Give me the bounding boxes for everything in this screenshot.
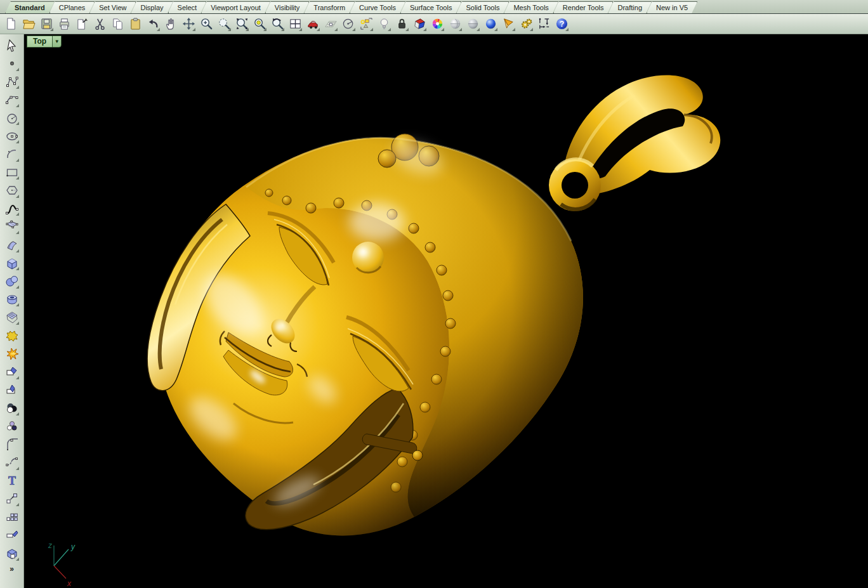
polygon-icon[interactable] (4, 183, 20, 199)
tab-surface-tools[interactable]: Surface Tools (400, 1, 461, 13)
zoom-window-icon[interactable] (216, 16, 232, 32)
dimension-icon[interactable] (536, 16, 551, 32)
surface-from-points-icon[interactable] (4, 219, 20, 235)
tab-cplanes[interactable]: CPlanes (49, 1, 95, 13)
blend-curve-icon[interactable] (4, 455, 20, 471)
toolbar-tab-bar: StandardCPlanesSet ViewDisplaySelectView… (0, 0, 868, 14)
save-icon[interactable] (39, 16, 54, 32)
layers-icon[interactable] (412, 16, 427, 32)
tab-visibility[interactable]: Visibility (265, 1, 310, 13)
axis-y-label: y (70, 542, 76, 551)
cut-icon[interactable] (92, 16, 107, 32)
split-icon[interactable] (4, 382, 20, 398)
axis-z-label: z (48, 541, 52, 550)
rotate-object-icon[interactable] (4, 527, 20, 543)
lock-objects-icon[interactable] (394, 16, 409, 32)
move-icon[interactable] (181, 16, 196, 32)
shaded-viewport-icon[interactable] (447, 16, 463, 32)
top-viewport[interactable]: Top ▼ (24, 34, 868, 588)
tab-set-view[interactable]: Set View (89, 1, 136, 13)
cplane-icon[interactable] (323, 16, 338, 32)
freeform-curve-icon[interactable] (4, 200, 20, 216)
svg-text:?: ? (559, 20, 564, 29)
viewport-layout-icon[interactable] (287, 16, 303, 32)
tab-display[interactable]: Display (131, 1, 173, 13)
export-icon[interactable] (74, 16, 89, 32)
buddha-pendant-model[interactable]: z y x (24, 34, 868, 588)
copy-icon[interactable] (110, 16, 125, 32)
undo-view-change-icon[interactable] (270, 16, 285, 32)
tab-mesh-tools[interactable]: Mesh Tools (504, 1, 558, 13)
pendant-ring[interactable] (549, 159, 601, 211)
box-icon[interactable] (4, 255, 20, 271)
tab-curve-tools[interactable]: Curve Tools (350, 1, 405, 13)
text-icon[interactable]: T (4, 473, 20, 488)
control-point-curve-icon[interactable] (4, 74, 20, 89)
tube-icon[interactable] (4, 291, 20, 307)
tab-solid-tools[interactable]: Solid Tools (456, 1, 509, 13)
standard-toolbar: ? (0, 14, 868, 34)
pan-icon[interactable] (163, 16, 178, 32)
tool-sidebar: T» (0, 34, 24, 588)
arc-icon[interactable] (4, 147, 20, 162)
tab-select[interactable]: Select (168, 1, 207, 13)
rhino-application-window: StandardCPlanesSet ViewDisplaySelectView… (0, 0, 868, 588)
boolean-union-icon[interactable] (4, 328, 20, 344)
tab-transform[interactable]: Transform (304, 1, 355, 13)
tab-drafting[interactable]: Drafting (608, 1, 652, 13)
tab-new-in-v5[interactable]: New in V5 (647, 1, 697, 13)
main-area: T» Top ▼ (0, 34, 868, 588)
paste-icon[interactable] (128, 16, 143, 32)
options-icon[interactable] (518, 16, 534, 32)
render-icon[interactable] (483, 16, 498, 32)
zoom-extents-icon[interactable] (234, 16, 249, 32)
explode-icon[interactable] (4, 346, 20, 362)
help-icon[interactable]: ? (554, 16, 569, 32)
object-snap-icon[interactable] (358, 16, 374, 32)
group-icon[interactable] (4, 418, 20, 434)
svg-text:T: T (8, 474, 15, 487)
new-document-icon[interactable] (3, 16, 18, 32)
chevron-down-icon: ▼ (55, 39, 60, 44)
render-tools-icon[interactable] (501, 16, 516, 32)
print-icon[interactable] (56, 16, 72, 32)
viewport-title-bar[interactable]: Top ▼ (27, 36, 62, 48)
point-icon[interactable] (4, 56, 20, 72)
sphere-icon[interactable] (4, 273, 20, 289)
tab-render-tools[interactable]: Render Tools (553, 1, 614, 13)
rendered-viewport-icon[interactable] (465, 16, 480, 32)
mesh-icon[interactable] (4, 310, 20, 325)
tab-standard[interactable]: Standard (5, 1, 55, 13)
sidebar-more-chevron[interactable]: » (10, 565, 14, 573)
move-object-icon[interactable] (4, 491, 20, 507)
zoom-dynamic-icon[interactable] (199, 16, 214, 32)
circle-icon[interactable] (4, 110, 20, 126)
named-views-icon[interactable] (305, 16, 320, 32)
box-edit-icon[interactable] (4, 546, 20, 561)
viewport-menu-dropdown[interactable]: ▼ (52, 36, 62, 48)
hide-objects-icon[interactable] (376, 16, 391, 32)
curve-through-points-icon[interactable] (4, 92, 20, 108)
color-wheel-icon[interactable] (430, 16, 445, 32)
rectangle-icon[interactable] (4, 164, 20, 180)
trim-icon[interactable] (4, 364, 20, 380)
open-file-icon[interactable] (21, 16, 36, 32)
ellipse-icon[interactable] (4, 128, 20, 144)
rotate-view-icon[interactable] (341, 16, 356, 32)
array-icon[interactable] (4, 509, 20, 525)
axis-x-label: x (67, 579, 72, 588)
viewport-title[interactable]: Top (27, 36, 52, 48)
undo-icon[interactable] (145, 16, 161, 32)
select-pointer-icon[interactable] (4, 37, 20, 53)
fillet-icon[interactable] (4, 436, 20, 452)
tab-viewport-layout[interactable]: Viewport Layout (201, 1, 270, 13)
zoom-selected-icon[interactable] (252, 16, 267, 32)
swept-surface-icon[interactable] (4, 237, 20, 253)
join-icon[interactable] (4, 400, 20, 416)
